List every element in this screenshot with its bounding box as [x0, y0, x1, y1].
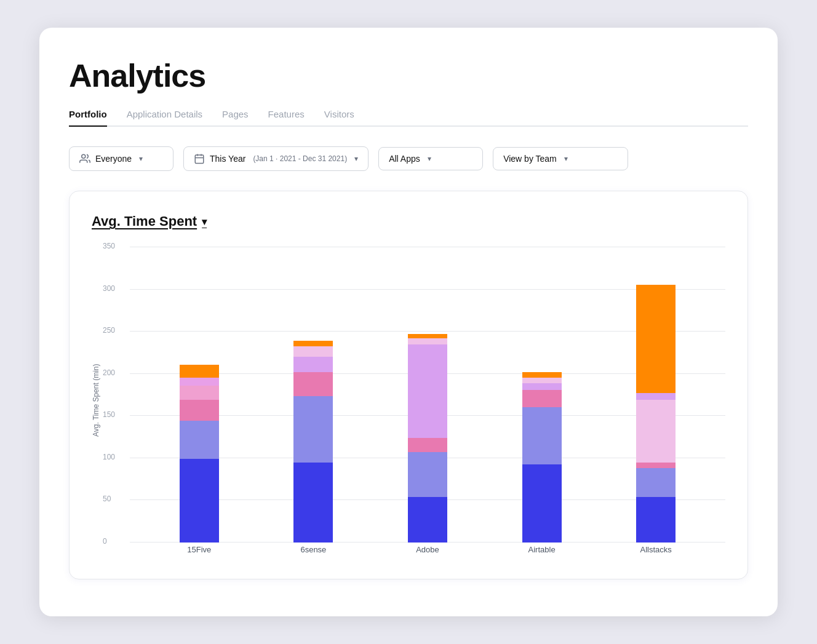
bar-stack-4 — [636, 285, 676, 543]
bar-segment-1-4 — [293, 346, 333, 357]
main-card: Analytics Portfolio Application Details … — [39, 28, 778, 616]
bar-group-6sense — [293, 341, 333, 543]
chart-title-text: Avg. Time Spent — [92, 213, 197, 229]
x-axis-labels: 15Five6senseAdobeAirtableAllstacks — [105, 545, 725, 554]
bar-segment-0-4 — [180, 378, 219, 386]
bar-segment-4-0 — [636, 497, 676, 543]
bars-container — [130, 247, 725, 543]
calendar-icon — [194, 153, 205, 164]
bar-segment-4-4 — [636, 393, 676, 400]
tab-features[interactable]: Features — [268, 109, 305, 127]
bar-segment-3-2 — [522, 390, 562, 407]
bar-group-15five — [180, 365, 219, 543]
chart-area: Avg. Time Spent (min) 350 300 250 200 15… — [92, 247, 725, 554]
bar-segment-3-3 — [522, 383, 562, 390]
bar-segment-2-3 — [408, 344, 447, 439]
bar-segment-2-1 — [408, 452, 447, 498]
bar-segment-2-4 — [408, 338, 447, 344]
bar-stack-2 — [408, 334, 447, 543]
x-label-1: 6sense — [289, 545, 338, 554]
x-label-2: Adobe — [403, 545, 452, 554]
filter-year[interactable]: This Year (Jan 1 · 2021 - Dec 31 2021) ▾ — [183, 146, 369, 171]
bar-segment-0-3 — [180, 386, 219, 400]
bar-segment-0-1 — [180, 421, 219, 459]
bar-group-airtable — [522, 372, 562, 543]
bar-segment-1-3 — [293, 357, 333, 372]
filter-bar: Everyone ▾ This Year (Jan 1 · 2021 - Dec… — [69, 146, 748, 171]
bar-group-allstacks — [636, 285, 676, 543]
filter-team[interactable]: View by Team ▾ — [493, 147, 628, 170]
bar-segment-4-3 — [636, 400, 676, 463]
page-title: Analytics — [69, 57, 748, 94]
chart-inner: 350 300 250 200 150 100 50 0 15Five6sens… — [105, 247, 725, 554]
bar-segment-1-0 — [293, 463, 333, 543]
filter-year-label: This Year — [210, 154, 245, 164]
y-axis-label: Avg. Time Spent (min) — [92, 247, 100, 554]
tab-portfolio[interactable]: Portfolio — [69, 109, 107, 127]
chevron-down-icon: ▾ — [564, 154, 568, 163]
x-label-0: 15Five — [175, 545, 224, 554]
chart-card: Avg. Time Spent ▾ Avg. Time Spent (min) … — [69, 191, 748, 579]
bar-segment-1-2 — [293, 372, 333, 397]
bar-segment-2-5 — [408, 334, 447, 339]
x-label-4: Allstacks — [631, 545, 680, 554]
bar-segment-0-5 — [180, 365, 219, 377]
bar-segment-4-2 — [636, 463, 676, 468]
bar-group-adobe — [408, 334, 447, 543]
tab-visitors[interactable]: Visitors — [324, 109, 354, 127]
filter-apps[interactable]: All Apps ▾ — [378, 147, 483, 170]
bar-segment-4-1 — [636, 468, 676, 498]
svg-point-0 — [82, 154, 86, 158]
filter-year-sub: (Jan 1 · 2021 - Dec 31 2021) — [253, 154, 347, 163]
bar-stack-0 — [180, 365, 219, 543]
people-icon — [79, 153, 90, 164]
bar-segment-4-5 — [636, 285, 676, 392]
svg-rect-1 — [195, 155, 204, 164]
bar-segment-2-0 — [408, 497, 447, 543]
chevron-down-icon: ▾ — [428, 154, 431, 163]
bar-segment-0-2 — [180, 400, 219, 421]
bar-segment-3-4 — [522, 378, 562, 383]
chevron-down-icon: ▾ — [202, 216, 207, 228]
x-label-3: Airtable — [517, 545, 567, 554]
chevron-down-icon: ▾ — [354, 154, 358, 163]
bar-segment-3-0 — [522, 464, 562, 543]
bar-segment-3-5 — [522, 372, 562, 378]
grid-and-bars: 350 300 250 200 150 100 50 0 — [105, 247, 725, 543]
bar-stack-3 — [522, 372, 562, 543]
filter-team-label: View by Team — [503, 154, 557, 164]
bar-segment-1-5 — [293, 341, 333, 346]
bar-segment-3-1 — [522, 407, 562, 464]
bar-segment-1-1 — [293, 396, 333, 463]
tab-pages[interactable]: Pages — [222, 109, 249, 127]
filter-everyone-label: Everyone — [95, 154, 132, 164]
bar-stack-1 — [293, 341, 333, 543]
tab-bar: Portfolio Application Details Pages Feat… — [69, 109, 748, 127]
chevron-down-icon: ▾ — [139, 154, 143, 163]
bar-segment-2-2 — [408, 438, 447, 452]
chart-title[interactable]: Avg. Time Spent ▾ — [92, 213, 725, 229]
tab-application-details[interactable]: Application Details — [127, 109, 202, 127]
bar-segment-0-0 — [180, 459, 219, 543]
filter-apps-label: All Apps — [389, 154, 420, 164]
filter-everyone[interactable]: Everyone ▾ — [69, 146, 173, 171]
